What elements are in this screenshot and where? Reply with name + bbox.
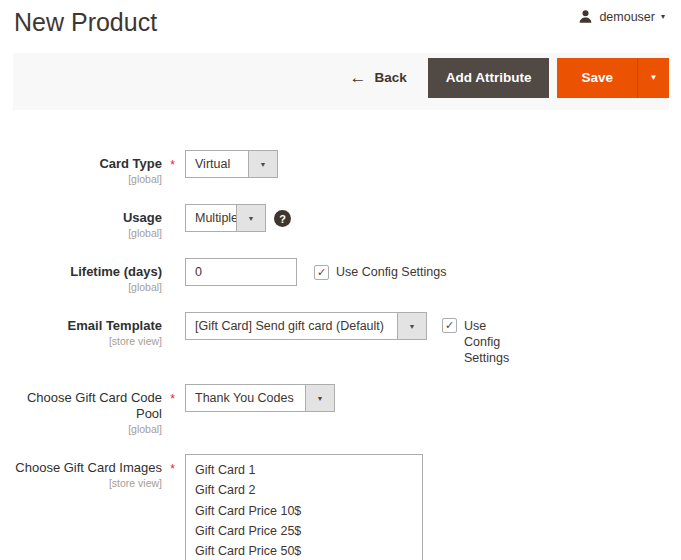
use-config-label: Use Config Settings (336, 264, 446, 280)
multiselect-option[interactable]: Gift Card 2 (186, 480, 422, 500)
page-actions-toolbar: ← Back Add Attribute Save ▼ (13, 53, 669, 110)
new-product-page: New Product demouser ▾ ← Back Add Attrib… (0, 0, 681, 560)
use-config-label: Use Config Settings (464, 318, 516, 366)
card-type-select[interactable]: Virtual ▼ (185, 150, 278, 178)
chevron-down-icon: ▼ (397, 313, 426, 339)
chevron-down-icon: ▼ (305, 385, 334, 411)
required-asterisk: * (170, 391, 175, 407)
images-label: Choose Gift Card Images* (0, 460, 162, 476)
code-pool-select[interactable]: Thank You Codes ▼ (185, 384, 335, 412)
images-scope: [store view] (0, 477, 162, 490)
checkbox-checked-icon[interactable]: ✓ (442, 318, 457, 333)
lifetime-input[interactable] (185, 258, 297, 286)
multiselect-option[interactable]: Gift Card Price 25$ (186, 521, 422, 541)
save-button[interactable]: Save (557, 58, 637, 98)
code-pool-scope: [global] (0, 423, 162, 436)
multiselect-option[interactable]: Gift Card Price 10$ (186, 501, 422, 521)
usage-label: Usage (0, 210, 162, 226)
chevron-down-icon: ▼ (236, 205, 265, 231)
save-split-button: Save ▼ (557, 58, 669, 98)
checkbox-checked-icon[interactable]: ✓ (314, 265, 329, 280)
page-title: New Product (14, 5, 157, 39)
email-template-scope: [store view] (0, 335, 162, 348)
field-card-type: Card Type* [global] Virtual ▼ (0, 150, 681, 186)
chevron-down-icon: ▾ (661, 13, 665, 21)
field-usage: Usage [global] Multiple ▼ ? (0, 204, 681, 240)
card-type-scope: [global] (0, 173, 162, 186)
add-attribute-button[interactable]: Add Attribute (428, 58, 550, 98)
multiselect-options: Gift Card 1Gift Card 2Gift Card Price 10… (186, 460, 422, 560)
gift-card-form: Card Type* [global] Virtual ▼ Usage [glo… (0, 150, 681, 560)
back-arrow-icon: ← (349, 69, 366, 86)
back-label: Back (374, 70, 406, 85)
user-icon (578, 9, 593, 24)
email-template-label: Email Template (0, 318, 162, 334)
email-template-select[interactable]: [Gift Card] Send gift card (Default) ▼ (185, 312, 427, 340)
save-dropdown-toggle[interactable]: ▼ (638, 58, 669, 98)
usage-value: Multiple (186, 211, 236, 225)
chevron-down-icon: ▼ (248, 151, 277, 177)
lifetime-scope: [global] (0, 281, 162, 294)
code-pool-value: Thank You Codes (186, 391, 303, 405)
lifetime-label: Lifetime (days) (0, 264, 162, 280)
field-email-template: Email Template [store view] [Gift Card] … (0, 312, 681, 366)
usage-scope: [global] (0, 227, 162, 240)
card-type-label: Card Type* (0, 156, 162, 172)
field-lifetime: Lifetime (days) [global] ✓ Use Config Se… (0, 258, 681, 294)
required-asterisk: * (170, 157, 175, 173)
help-icon[interactable]: ? (274, 210, 291, 227)
email-template-value: [Gift Card] Send gift card (Default) (186, 319, 393, 333)
lifetime-use-config[interactable]: ✓ Use Config Settings (314, 264, 446, 280)
user-name: demouser (599, 10, 655, 24)
user-menu[interactable]: demouser ▾ (578, 9, 665, 24)
code-pool-label: Choose Gift Card Code Pool* (0, 390, 162, 422)
usage-select[interactable]: Multiple ▼ (185, 204, 266, 232)
gift-card-images-multiselect[interactable]: Gift Card 1Gift Card 2Gift Card Price 10… (185, 454, 423, 560)
required-asterisk: * (170, 461, 175, 477)
email-use-config[interactable]: ✓ Use Config Settings (442, 318, 522, 366)
field-code-pool: Choose Gift Card Code Pool* [global] Tha… (0, 384, 681, 436)
multiselect-option[interactable]: Gift Card 1 (186, 460, 422, 480)
page-header: New Product demouser ▾ (0, 0, 681, 39)
back-button[interactable]: ← Back (349, 69, 406, 86)
multiselect-option[interactable]: Gift Card Price 50$ (186, 541, 422, 560)
card-type-value: Virtual (186, 157, 239, 171)
field-gift-card-images: Choose Gift Card Images* [store view] Gi… (0, 454, 681, 560)
